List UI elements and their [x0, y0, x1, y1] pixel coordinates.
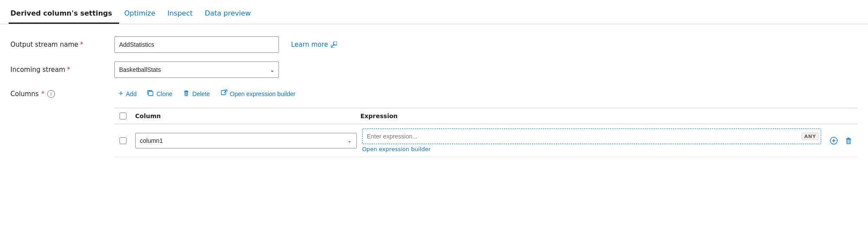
- header-checkbox-cell: [114, 113, 132, 119]
- table-header: Column Expression: [114, 108, 858, 124]
- svg-rect-1: [149, 91, 153, 96]
- columns-content: + Add Clone: [114, 87, 858, 157]
- tab-optimize-label: Optimize: [124, 9, 155, 17]
- info-icon[interactable]: i: [47, 90, 55, 98]
- select-all-checkbox[interactable]: [120, 113, 126, 119]
- any-badge: ANY: [802, 133, 819, 140]
- clone-icon: [147, 90, 154, 98]
- row-add-button[interactable]: [828, 135, 839, 146]
- row-actions: [825, 135, 858, 146]
- add-label: Add: [126, 90, 137, 97]
- tab-data-preview-label: Data preview: [205, 9, 251, 17]
- delete-label: Delete: [192, 90, 210, 97]
- clone-label: Clone: [156, 90, 172, 97]
- incoming-stream-label: Incoming stream *: [10, 66, 114, 74]
- expression-builder-icon: [220, 90, 227, 98]
- tab-inspect[interactable]: Inspect: [166, 9, 200, 24]
- expression-header-cell: Expression: [357, 113, 858, 119]
- columns-section: Columns * i + Add: [10, 87, 858, 157]
- columns-label: Columns * i: [10, 87, 114, 98]
- table-row: column1 ⌄ ANY Open expression builder: [114, 124, 858, 157]
- delete-row-trash-icon: [845, 137, 852, 145]
- tab-settings[interactable]: Derived column's settings: [9, 9, 119, 24]
- incoming-stream-row: Incoming stream * BasketballStats ⌄: [10, 61, 858, 78]
- learn-more-link[interactable]: Learn more: [291, 41, 337, 48]
- open-expression-builder-toolbar-button[interactable]: Open expression builder: [216, 87, 300, 100]
- clone-button[interactable]: Clone: [143, 87, 177, 100]
- incoming-stream-dropdown-wrapper: BasketballStats ⌄: [114, 61, 279, 78]
- row-checkbox[interactable]: [120, 137, 126, 144]
- row-delete-button[interactable]: [843, 135, 854, 146]
- add-button[interactable]: + Add: [114, 87, 141, 101]
- output-stream-row: Output stream name * Learn more: [10, 36, 858, 53]
- columns-table: Column Expression column1 ⌄: [114, 108, 858, 157]
- delete-button[interactable]: Delete: [178, 87, 214, 100]
- required-marker-columns: *: [41, 90, 45, 98]
- row-expression-cell: ANY Open expression builder: [357, 129, 825, 152]
- incoming-stream-select[interactable]: BasketballStats: [114, 61, 279, 78]
- required-marker-output: *: [80, 41, 84, 48]
- columns-toolbar: + Add Clone: [114, 87, 858, 101]
- column-name-select[interactable]: column1: [135, 133, 357, 148]
- expression-input-wrapper: ANY: [362, 129, 821, 144]
- main-container: Derived column's settings Optimize Inspe…: [0, 0, 868, 169]
- row-checkbox-cell: [114, 137, 132, 144]
- output-stream-name-input[interactable]: [114, 36, 279, 53]
- svg-rect-2: [185, 92, 188, 96]
- open-expression-builder-link[interactable]: Open expression builder: [362, 146, 821, 152]
- open-expression-builder-toolbar-label: Open expression builder: [230, 90, 296, 97]
- required-marker-incoming: *: [67, 66, 71, 74]
- tab-inspect-label: Inspect: [168, 9, 193, 17]
- column-header-cell: Column: [132, 113, 357, 119]
- external-link-icon: [331, 42, 337, 48]
- tab-bar: Derived column's settings Optimize Inspe…: [0, 0, 868, 24]
- plus-icon: +: [119, 89, 123, 98]
- settings-panel: Output stream name * Learn more Incoming…: [0, 24, 868, 169]
- trash-icon: [183, 90, 190, 98]
- learn-more-label: Learn more: [291, 41, 328, 48]
- tab-data-preview[interactable]: Data preview: [203, 9, 258, 24]
- svg-rect-5: [221, 90, 226, 95]
- row-column-cell: column1 ⌄: [132, 133, 357, 148]
- expression-input[interactable]: [362, 129, 821, 144]
- tab-settings-label: Derived column's settings: [10, 9, 112, 17]
- plus-circle-icon: [830, 137, 838, 145]
- svg-rect-10: [847, 139, 850, 144]
- tab-optimize[interactable]: Optimize: [123, 9, 162, 24]
- output-stream-label: Output stream name *: [10, 41, 114, 48]
